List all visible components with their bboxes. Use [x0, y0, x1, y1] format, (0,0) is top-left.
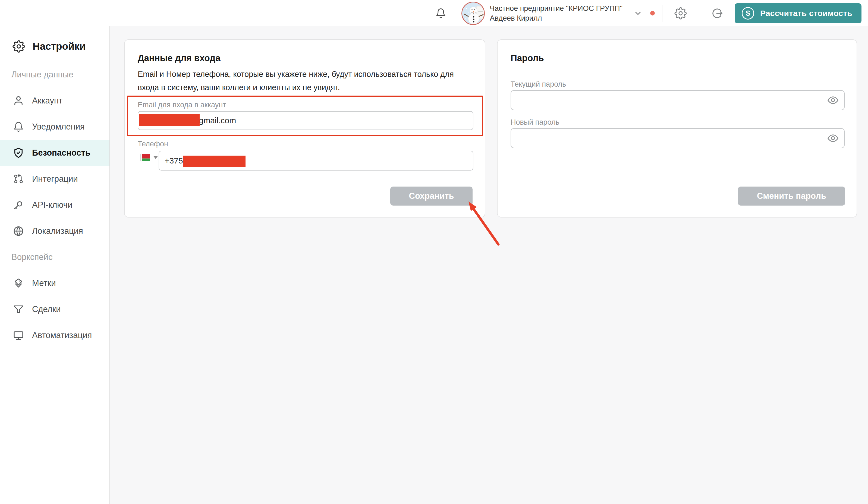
key-icon [13, 199, 24, 210]
change-password-button[interactable]: Сменить пароль [738, 187, 845, 206]
phone-redaction-block [183, 156, 246, 167]
sidebar-item-label: Уведомления [32, 122, 85, 132]
login-card-description: Email и Номер телефона, которые вы укаже… [138, 68, 465, 94]
sidebar-item-tags[interactable]: Метки [0, 270, 110, 296]
bell-icon [13, 121, 24, 132]
sidebar-item-label: Аккаунт [32, 96, 62, 106]
section-personal-data: Личные данные [0, 62, 110, 88]
settings-gear-icon[interactable] [674, 7, 687, 20]
user-name: Авдеев Кирилл [490, 13, 622, 23]
password-card: Пароль Текущий пароль Новый пароль Смени… [497, 39, 857, 217]
notifications-bell-icon[interactable] [435, 7, 446, 19]
section-workspace: Воркспейс [0, 244, 110, 270]
current-password-field [510, 90, 845, 110]
sidebar-item-localization[interactable]: Локализация [0, 218, 110, 244]
new-password-input[interactable] [517, 130, 823, 146]
sidebar-item-label: Автоматизация [32, 330, 92, 340]
avatar[interactable] [462, 2, 485, 25]
sidebar-title: Настройки [0, 33, 110, 60]
circled-dollar-icon: $ [742, 7, 754, 20]
sidebar-item-integrations[interactable]: Интеграции [0, 166, 110, 192]
tags-icon [13, 278, 24, 289]
current-password-input[interactable] [517, 92, 823, 108]
settings-sidebar: Настройки Личные данные Аккаунт Уведомле… [0, 26, 110, 504]
sidebar-item-label: Локализация [32, 226, 83, 236]
globe-icon [13, 226, 24, 237]
status-dot [650, 11, 655, 16]
sidebar-item-automation[interactable]: Автоматизация [0, 322, 110, 348]
email-label: Email для входа в аккаунт [138, 101, 226, 109]
divider [699, 5, 699, 22]
email-input[interactable]: y@gmail.com [138, 111, 473, 130]
sidebar-item-account[interactable]: Аккаунт [0, 88, 110, 114]
eye-icon[interactable] [827, 94, 839, 106]
belarus-flag-icon [141, 154, 150, 161]
save-button[interactable]: Сохранить [390, 187, 473, 206]
git-branch-icon [13, 174, 24, 184]
new-password-label: Новый пароль [510, 118, 559, 126]
sidebar-item-label: Сделки [32, 305, 61, 314]
company-name: Частное предприятие "КРИОС ГРУПП" [490, 4, 622, 13]
password-card-title: Пароль [510, 53, 544, 63]
phone-label: Телефон [138, 140, 168, 148]
sidebar-item-security[interactable]: Безопасность [0, 140, 110, 166]
login-data-card: Данные для входа Email и Номер телефона,… [124, 39, 485, 217]
sidebar-item-deals[interactable]: Сделки [0, 296, 110, 322]
eye-icon[interactable] [827, 133, 839, 144]
sidebar-item-label: Метки [32, 278, 56, 288]
funnel-icon [13, 304, 24, 315]
phone-input[interactable]: +375 ( [158, 151, 473, 171]
monitor-icon [13, 330, 24, 341]
phone-country-selector[interactable] [141, 154, 158, 161]
flag-caret-icon [153, 156, 158, 159]
logout-icon[interactable] [711, 7, 723, 20]
user-icon [13, 95, 24, 106]
sidebar-item-label: Интеграции [32, 174, 78, 184]
sidebar-item-notifications[interactable]: Уведомления [0, 114, 110, 140]
calculate-cost-button[interactable]: $ Рассчитать стоимость [735, 3, 861, 23]
sidebar-title-label: Настройки [33, 41, 85, 52]
login-card-title: Данные для входа [138, 53, 220, 63]
chevron-down-icon[interactable] [633, 9, 643, 18]
email-redaction-block [139, 114, 200, 126]
shield-check-icon [13, 147, 24, 158]
new-password-field [510, 128, 845, 148]
divider [662, 5, 662, 22]
sidebar-item-label: Безопасность [32, 148, 91, 158]
topbar: Частное предприятие "КРИОС ГРУПП" Авдеев… [0, 0, 868, 26]
current-password-label: Текущий пароль [510, 80, 566, 89]
gear-icon [12, 40, 25, 53]
sidebar-item-label: API-ключи [32, 200, 72, 210]
sidebar-item-api-keys[interactable]: API-ключи [0, 192, 110, 218]
calculate-cost-label: Рассчитать стоимость [760, 9, 852, 18]
account-identity[interactable]: Частное предприятие "КРИОС ГРУПП" Авдеев… [490, 4, 622, 23]
